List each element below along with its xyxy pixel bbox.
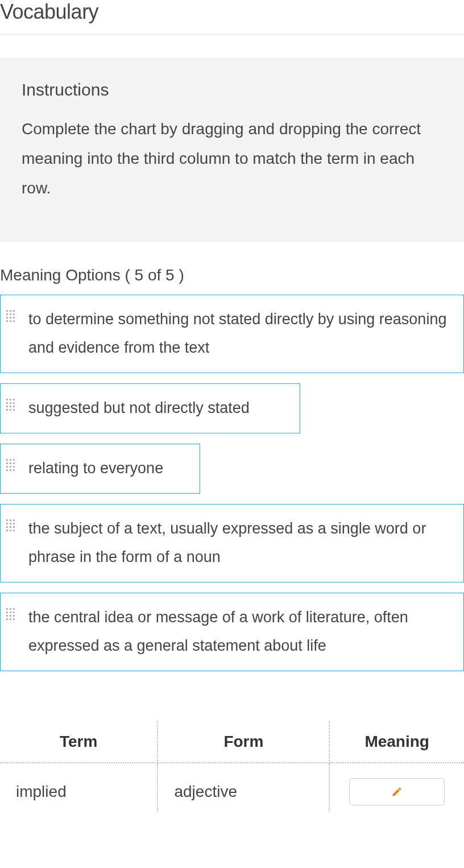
drag-handle-icon	[6, 608, 15, 620]
option-item[interactable]: relating to everyone	[0, 444, 200, 494]
page-title: Vocabulary	[0, 0, 464, 34]
option-item[interactable]: the central idea or message of a work of…	[0, 593, 464, 671]
option-text: relating to everyone	[28, 454, 163, 483]
table-header-term: Term	[0, 721, 158, 763]
instructions-text: Complete the chart by dragging and dropp…	[22, 114, 442, 202]
drag-handle-icon	[6, 310, 15, 322]
pencil-icon	[391, 786, 403, 797]
option-text: to determine something not stated direct…	[28, 305, 452, 362]
term-cell: implied	[0, 763, 158, 811]
vocab-table: Term Form Meaning implied adjective	[0, 721, 464, 811]
options-label: Meaning Options ( 5 of 5 )	[0, 266, 464, 284]
option-text: suggested but not directly stated	[28, 394, 250, 423]
table-header-meaning: Meaning	[329, 721, 464, 763]
vocab-table-container: Term Form Meaning implied adjective	[0, 721, 464, 811]
option-item[interactable]: to determine something not stated direct…	[0, 295, 464, 373]
option-text: the subject of a text, usually expressed…	[28, 515, 452, 572]
drag-handle-icon	[6, 459, 15, 471]
option-item[interactable]: suggested but not directly stated	[0, 383, 300, 433]
table-header-form: Form	[158, 721, 329, 763]
drag-handle-icon	[6, 519, 15, 531]
instructions-heading: Instructions	[22, 80, 442, 100]
meaning-drop-target[interactable]	[349, 778, 445, 805]
instructions-box: Instructions Complete the chart by dragg…	[0, 57, 464, 242]
table-row: implied adjective	[0, 763, 464, 811]
form-cell: adjective	[158, 763, 329, 811]
option-item[interactable]: the subject of a text, usually expressed…	[0, 504, 464, 582]
drag-handle-icon	[6, 399, 15, 411]
divider	[0, 34, 464, 35]
option-text: the central idea or message of a work of…	[28, 604, 452, 660]
